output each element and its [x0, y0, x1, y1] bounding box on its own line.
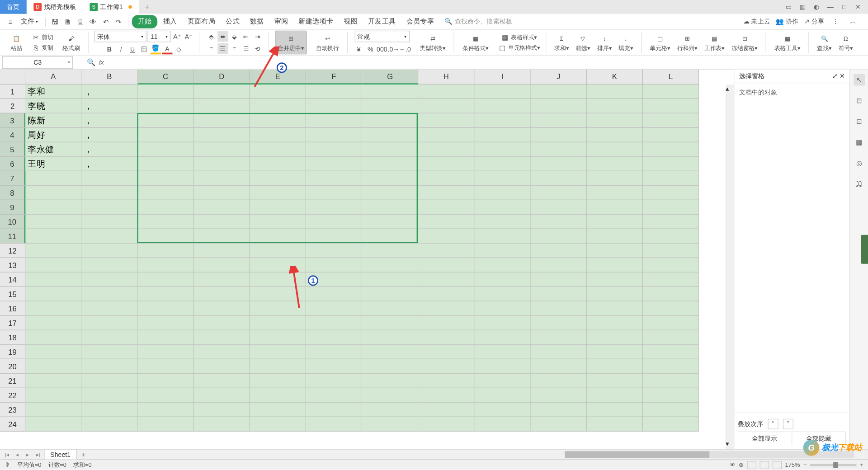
cell-H4[interactable] — [418, 128, 474, 142]
row-header-18[interactable]: 18 — [0, 330, 25, 345]
cell-B13[interactable] — [81, 258, 137, 273]
cell-D24[interactable] — [194, 417, 250, 432]
row-header-15[interactable]: 15 — [0, 287, 25, 301]
cell-B5[interactable]: ， — [81, 142, 137, 157]
cell-E10[interactable] — [250, 215, 306, 229]
row-header-1[interactable]: 1 — [0, 85, 25, 99]
cell-H11[interactable] — [418, 229, 474, 244]
cell-G24[interactable] — [362, 417, 418, 432]
cell-J15[interactable] — [531, 287, 587, 301]
gallery-icon[interactable]: ▦ — [853, 136, 865, 148]
view-break-button[interactable] — [772, 461, 781, 469]
cell-D6[interactable] — [194, 157, 250, 171]
cell-A21[interactable] — [25, 374, 81, 388]
cell-K11[interactable] — [587, 229, 643, 244]
cell-H22[interactable] — [418, 388, 474, 403]
find-button[interactable]: 🔍查找▾ — [815, 31, 834, 54]
cell-F5[interactable] — [306, 142, 362, 157]
cell-I22[interactable] — [475, 388, 531, 403]
collapse-handle[interactable] — [861, 235, 868, 264]
type-convert-button[interactable]: ⇄ 类型转换▾ — [417, 31, 448, 54]
share-button[interactable]: ↗分享 — [804, 17, 824, 26]
cell-A3[interactable]: 陈新 — [25, 113, 81, 128]
cursor-icon[interactable]: ↖ — [853, 74, 865, 86]
wrap-text-button[interactable]: ↩ 自动换行 — [314, 31, 341, 54]
record-icon[interactable]: 🎙 — [5, 461, 10, 468]
cut-button[interactable]: ✂剪切 — [31, 33, 53, 42]
cell-J4[interactable] — [531, 128, 587, 142]
cell-H6[interactable] — [418, 157, 474, 171]
cell-L4[interactable] — [643, 128, 699, 142]
location-icon[interactable]: ◎ — [853, 157, 865, 169]
cell-H17[interactable] — [418, 316, 474, 330]
properties-icon[interactable]: ⊡ — [853, 116, 865, 127]
cell-E5[interactable] — [250, 142, 306, 157]
cell-D21[interactable] — [194, 374, 250, 388]
cell-C18[interactable] — [138, 330, 194, 345]
cell-D5[interactable] — [194, 142, 250, 157]
send-backward-button[interactable]: ˅ — [783, 419, 793, 429]
print-icon[interactable]: 🖶 — [75, 16, 86, 28]
cell-I5[interactable] — [475, 142, 531, 157]
cell-B11[interactable] — [81, 229, 137, 244]
cell-K20[interactable] — [587, 359, 643, 374]
pin-icon[interactable]: ⤢ — [832, 72, 838, 80]
cell-F15[interactable] — [306, 287, 362, 301]
cell-B1[interactable]: ， — [81, 85, 137, 99]
cell-E17[interactable] — [250, 316, 306, 330]
more-icon[interactable]: ⋮ — [830, 16, 842, 28]
table-format-button[interactable]: ▦表格样式▾ — [500, 33, 537, 42]
cell-I23[interactable] — [475, 403, 531, 417]
cell-D1[interactable] — [194, 85, 250, 99]
cell-L9[interactable] — [643, 200, 699, 215]
cell-E18[interactable] — [250, 330, 306, 345]
cell-I2[interactable] — [475, 99, 531, 113]
cell-A11[interactable] — [25, 229, 81, 244]
row-header-4[interactable]: 4 — [0, 128, 25, 142]
cell-A23[interactable] — [25, 403, 81, 417]
cell-K5[interactable] — [587, 142, 643, 157]
zoom-out-button[interactable]: − — [803, 461, 807, 468]
cell-A17[interactable] — [25, 316, 81, 330]
align-left-button[interactable]: ≡ — [206, 43, 217, 54]
col-header-G[interactable]: G — [362, 70, 418, 85]
cell-H19[interactable] — [418, 345, 474, 359]
tab-review[interactable]: 审阅 — [269, 14, 292, 29]
cell-A15[interactable] — [25, 287, 81, 301]
cell-D7[interactable] — [194, 171, 250, 186]
cell-E6[interactable] — [250, 157, 306, 171]
copy-button[interactable]: ⎘复制 — [31, 43, 53, 52]
row-header-7[interactable]: 7 — [0, 171, 25, 186]
cell-C24[interactable] — [138, 417, 194, 432]
cell-E12[interactable] — [250, 244, 306, 258]
prev-sheet-button[interactable]: ◂ — [13, 450, 22, 458]
row-header-5[interactable]: 5 — [0, 142, 25, 157]
cell-B15[interactable] — [81, 287, 137, 301]
cell-I17[interactable] — [475, 316, 531, 330]
cell-J13[interactable] — [531, 258, 587, 273]
cell-C4[interactable] — [138, 128, 194, 142]
view-page-button[interactable] — [760, 461, 769, 469]
cell-F16[interactable] — [306, 301, 362, 316]
cell-B7[interactable] — [81, 171, 137, 186]
cell-D8[interactable] — [194, 186, 250, 200]
command-search[interactable]: 🔍 查找命令、搜索模板 — [444, 17, 512, 26]
cell-C22[interactable] — [138, 388, 194, 403]
col-header-I[interactable]: I — [475, 70, 531, 85]
cell-G7[interactable] — [362, 171, 418, 186]
cell-H24[interactable] — [418, 417, 474, 432]
vertical-scrollbar[interactable]: ▴ ▾ — [726, 85, 734, 449]
cell-H3[interactable] — [418, 113, 474, 128]
sort-button[interactable]: ↕排序▾ — [595, 31, 614, 54]
new-tab-button[interactable]: + — [139, 2, 155, 11]
cell-B19[interactable] — [81, 345, 137, 359]
cell-A20[interactable] — [25, 359, 81, 374]
next-sheet-button[interactable]: ▸ — [23, 450, 32, 458]
cell-I16[interactable] — [475, 301, 531, 316]
cell-E24[interactable] — [250, 417, 306, 432]
col-header-A[interactable]: A — [25, 70, 81, 85]
fill-button[interactable]: ↓填充▾ — [616, 31, 635, 54]
cell-K6[interactable] — [587, 157, 643, 171]
cell-E4[interactable] — [250, 128, 306, 142]
cell-E11[interactable] — [250, 229, 306, 244]
